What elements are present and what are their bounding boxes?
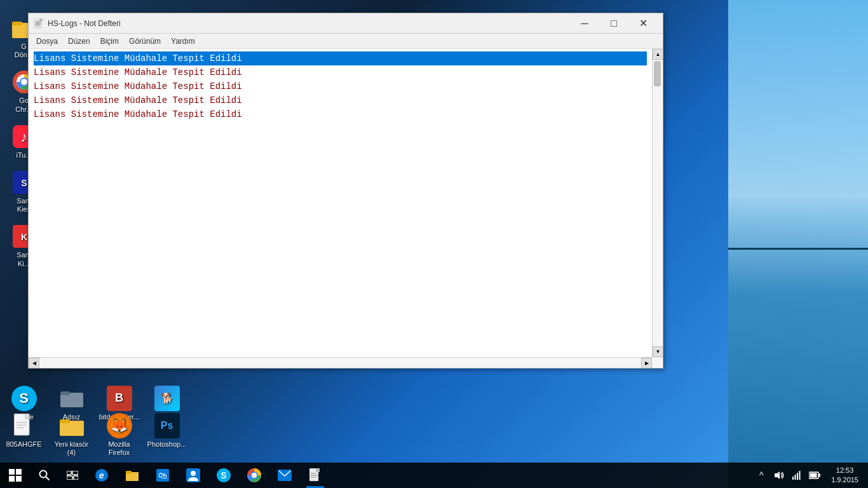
scroll-left-btn[interactable]: ◀ — [29, 358, 39, 368]
scroll-up-btn[interactable]: ▲ — [653, 49, 663, 60]
taskbar-pinned-icons: e 🛍 — [86, 463, 330, 488]
systray-chevron[interactable]: ^ — [754, 463, 769, 488]
svg-rect-29 — [9, 476, 15, 482]
scroll-thumb-v[interactable] — [654, 61, 661, 86]
desktop-icon-label: Photoshop... — [147, 440, 187, 449]
svg-line-32 — [46, 477, 49, 480]
taskbar-task-view[interactable] — [58, 463, 86, 488]
svg-rect-26 — [60, 419, 70, 423]
svg-rect-13 — [39, 18, 43, 22]
svg-text:S: S — [21, 178, 27, 188]
svg-text:e: e — [99, 470, 104, 480]
win10-wallpaper-panel — [728, 0, 868, 488]
clock-time: 12:53 — [836, 466, 854, 475]
desktop-icon-label: Yeni klasör(4) — [55, 440, 88, 457]
svg-point-5 — [21, 79, 27, 85]
svg-rect-50 — [316, 468, 320, 472]
show-desktop-button[interactable] — [865, 463, 868, 488]
text-line-5: Lisans Sistemine Müdahale Tespit Edildi — [34, 107, 647, 121]
folder-plain-icon — [59, 386, 85, 411]
scroll-track-h — [39, 358, 641, 368]
menu-duzen[interactable]: Düzen — [63, 36, 95, 47]
menu-bicim[interactable]: Biçim — [95, 36, 124, 47]
svg-rect-58 — [799, 471, 801, 480]
maximize-button[interactable]: □ — [599, 13, 628, 34]
svg-marker-21 — [25, 414, 29, 419]
systray-network[interactable] — [789, 463, 804, 488]
notepad-content-area: Lisans Sistemine Müdahale Tespit Edildi … — [29, 49, 663, 368]
desktop-icons-row2: 805AHGFE Yeni klasör(4) 🦊 MozillaFirefox… — [0, 410, 191, 459]
svg-rect-36 — [74, 476, 78, 480]
svg-rect-1 — [12, 22, 22, 25]
text-line-2: Lisans Sistemine Müdahale Tespit Edildi — [34, 65, 647, 79]
systray-volume[interactable] — [771, 463, 787, 488]
taskbar-search[interactable] — [31, 463, 58, 488]
svg-rect-60 — [819, 474, 821, 477]
taskbar-explorer-icon[interactable] — [117, 463, 147, 488]
desktop-icon-new-folder[interactable]: Yeni klasör(4) — [48, 410, 95, 459]
taskbar-mail-icon[interactable] — [269, 463, 300, 488]
bitdefender-icon: B — [107, 386, 132, 411]
menu-yardim[interactable]: Yardım — [166, 36, 200, 47]
taskbar-chrome-icon[interactable] — [239, 463, 269, 488]
hounds-icon: 🐕 — [154, 386, 180, 411]
desktop-icon-photoshop[interactable]: Ps Photoshop... — [143, 410, 191, 459]
svg-point-47 — [252, 473, 257, 478]
scroll-right-btn[interactable]: ▶ — [641, 358, 652, 368]
svg-text:♪: ♪ — [20, 129, 27, 145]
svg-rect-33 — [67, 471, 71, 475]
notepad-app-icon — [34, 18, 44, 29]
systray-battery[interactable] — [807, 463, 822, 488]
notepad-title: HS-Logs - Not Defteri — [48, 19, 570, 28]
svg-text:🛍: 🛍 — [158, 470, 167, 480]
text-line-1: Lisans Sistemine Müdahale Tespit Edildi — [34, 51, 647, 65]
notepad-menubar: Dosya Düzen Biçim Görünüm Yardım — [29, 34, 663, 49]
svg-rect-28 — [16, 469, 22, 475]
svg-rect-30 — [16, 476, 22, 482]
new-folder-icon — [59, 413, 85, 438]
horizontal-scrollbar[interactable]: ◀ ▶ — [29, 357, 652, 368]
text-line-3: Lisans Sistemine Müdahale Tespit Edildi — [34, 79, 647, 93]
svg-rect-35 — [67, 476, 72, 480]
skype-icon: S — [11, 386, 37, 411]
win10-panel-divider — [728, 248, 868, 250]
notepad-titlebar[interactable]: HS-Logs - Not Defteri ─ □ ✕ — [29, 13, 663, 34]
minimize-button[interactable]: ─ — [570, 13, 599, 34]
svg-point-44 — [191, 471, 196, 476]
vertical-scrollbar[interactable]: ▲ ▼ — [652, 49, 663, 357]
svg-rect-55 — [792, 477, 794, 480]
menu-dosya[interactable]: Dosya — [31, 36, 63, 47]
firefox-icon: 🦊 — [107, 413, 132, 438]
svg-rect-19 — [60, 391, 70, 395]
notepad-window: HS-Logs - Not Defteri ─ □ ✕ Dosya Düzen … — [28, 13, 663, 369]
svg-rect-40 — [126, 471, 132, 474]
taskbar-store-icon[interactable]: 🛍 — [147, 463, 178, 488]
desktop-icon-firefox[interactable]: 🦊 MozillaFirefox — [95, 410, 143, 459]
svg-rect-56 — [795, 475, 796, 480]
scrollbar-corner — [652, 357, 663, 368]
clock-date: 1.9.2015 — [831, 475, 858, 485]
svg-rect-57 — [797, 473, 798, 480]
desktop-icon-label: MozillaFirefox — [108, 440, 130, 457]
taskbar-notepad-icon[interactable] — [300, 463, 330, 488]
taskbar-edge-icon[interactable]: e — [86, 463, 117, 488]
notepad-text-container[interactable]: Lisans Sistemine Müdahale Tespit Edildi … — [29, 49, 652, 357]
taskbar-people-icon[interactable] — [178, 463, 208, 488]
scroll-track-v — [653, 60, 663, 346]
svg-text:K: K — [20, 232, 27, 242]
close-button[interactable]: ✕ — [628, 13, 658, 34]
desktop: GDön... GoChr... ♪ — [0, 0, 868, 488]
scroll-down-btn[interactable]: ▼ — [653, 346, 663, 357]
svg-rect-27 — [9, 469, 15, 475]
desktop-icon-file805[interactable]: 805AHGFE — [0, 410, 48, 459]
file-icon — [11, 413, 37, 438]
taskbar-clock[interactable]: 12:53 1.9.2015 — [825, 463, 865, 488]
svg-rect-34 — [72, 471, 78, 475]
menu-gorunum[interactable]: Görünüm — [124, 36, 166, 47]
taskbar: e 🛍 — [0, 463, 868, 488]
taskbar-skype-icon[interactable]: S — [208, 463, 239, 488]
desktop-icon-label: 805AHGFE — [6, 440, 41, 449]
svg-marker-54 — [775, 471, 780, 479]
taskbar-systray: ^ — [751, 463, 825, 488]
start-button[interactable] — [0, 463, 31, 488]
